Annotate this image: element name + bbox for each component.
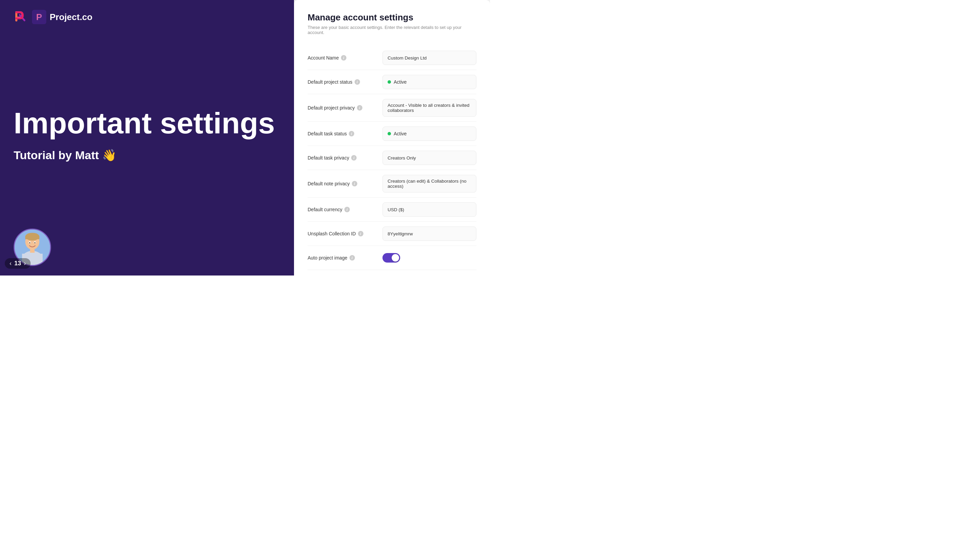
field-value-7[interactable]: 8YyeItlgmrw — [382, 227, 476, 241]
info-icon-3[interactable]: i — [349, 131, 354, 137]
status-dot-1 — [388, 80, 391, 84]
tutorial-subtitle: Tutorial by Matt 👋 — [14, 148, 280, 162]
left-panel: P Project.co Important settings Tutorial… — [0, 0, 294, 275]
main-content-area: Important settings Tutorial by Matt 👋 — [14, 24, 280, 266]
next-arrow[interactable]: › — [24, 260, 26, 267]
info-icon-6[interactable]: i — [344, 207, 350, 212]
settings-row: Auto project image i — [308, 246, 476, 270]
settings-row: Default currency iUSD ($) — [308, 198, 476, 222]
field-value-3[interactable]: Active — [382, 127, 476, 141]
field-value-5[interactable]: Creators (can edit) & Collaborators (no … — [382, 175, 476, 192]
prev-arrow[interactable]: ‹ — [10, 260, 11, 267]
nav-badge: ‹ 13 › — [5, 258, 30, 269]
info-icon-8[interactable]: i — [350, 255, 355, 260]
field-value-1[interactable]: Active — [382, 75, 476, 89]
svg-rect-9 — [30, 248, 34, 253]
info-icon-0[interactable]: i — [341, 55, 347, 60]
field-value-2[interactable]: Account - Visible to all creators & invi… — [382, 99, 476, 117]
info-icon-7[interactable]: i — [358, 231, 363, 237]
info-icon-5[interactable]: i — [352, 181, 357, 186]
field-value-0[interactable]: Custom Design Ltd — [382, 51, 476, 65]
settings-subtitle: These are your basic account settings. E… — [308, 25, 476, 35]
svg-point-12 — [29, 242, 30, 243]
settings-row: Default task status iActive — [308, 122, 476, 146]
settings-row: Unsplash Collection ID i8YyeItlgmrw — [308, 222, 476, 246]
brand-name: Project.co — [50, 12, 92, 22]
field-value-4[interactable]: Creators Only — [382, 151, 476, 165]
svg-point-13 — [34, 242, 35, 243]
right-panel: Manage account settings These are your b… — [294, 0, 490, 275]
slide-number: 13 — [14, 260, 21, 267]
field-label-7: Unsplash Collection ID i — [308, 231, 375, 237]
field-value-6[interactable]: USD ($) — [382, 202, 476, 217]
settings-row: Default note privacy iCreators (can edit… — [308, 170, 476, 198]
field-value-9 — [382, 275, 476, 275]
field-label-8: Auto project image i — [308, 255, 375, 260]
toggle-knob-8 — [392, 254, 399, 262]
settings-title: Manage account settings — [308, 12, 476, 23]
svg-text:P: P — [36, 12, 42, 22]
field-value-8 — [382, 251, 476, 265]
settings-row: Default task privacy iCreators Only — [308, 146, 476, 170]
settings-row: Account Name iCustom Design Ltd — [308, 46, 476, 70]
svg-point-5 — [25, 233, 40, 240]
settings-row: Default project privacy iAccount - Visib… — [308, 94, 476, 122]
svg-rect-6 — [25, 237, 40, 240]
info-icon-1[interactable]: i — [355, 79, 360, 85]
toggle-8[interactable] — [382, 253, 400, 263]
brand-logo-icon: P — [32, 10, 46, 24]
field-label-5: Default note privacy i — [308, 181, 375, 186]
info-icon-4[interactable]: i — [351, 155, 356, 160]
logo-icon — [14, 10, 29, 24]
field-label-0: Account Name i — [308, 55, 375, 60]
field-label-1: Default project status i — [308, 79, 375, 85]
logo-area: P Project.co — [14, 10, 280, 24]
field-label-4: Default task privacy i — [308, 155, 375, 160]
settings-row: Default project status iActive — [308, 70, 476, 94]
main-title: Important settings — [14, 108, 280, 138]
fields-container: Account Name iCustom Design LtdDefault p… — [308, 46, 476, 275]
field-label-3: Default task status i — [308, 131, 375, 137]
field-label-6: Default currency i — [308, 207, 375, 212]
settings-card: Manage account settings These are your b… — [294, 0, 490, 275]
settings-row: Auto cover image i — [308, 270, 476, 275]
info-icon-2[interactable]: i — [357, 105, 363, 111]
status-dot-3 — [388, 132, 391, 135]
field-label-2: Default project privacy i — [308, 105, 375, 111]
